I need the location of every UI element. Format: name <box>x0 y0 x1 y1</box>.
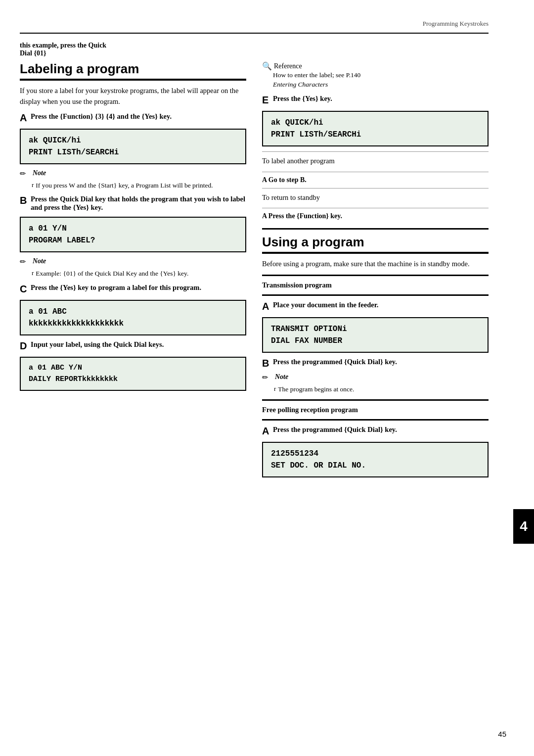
step-e-letter: E <box>262 94 271 106</box>
note2-bullet: r <box>32 269 34 277</box>
tx-step-a-text: Place your document in the feeder. <box>273 301 378 309</box>
lcd2-line2: PROGRAM LABEL? <box>29 235 237 246</box>
note2-text: Example: {01} of the Quick Dial Key and … <box>36 269 188 279</box>
step-c-content: Press the {Yes} key to program a label f… <box>31 284 246 292</box>
step-a-content: Press the {Function} {3} {4} and the {Ye… <box>31 112 246 121</box>
step-a-row: A Press the {Function} {3} {4} and the {… <box>20 112 246 124</box>
intro-block: this example, press the Quick Dial {01} <box>20 42 489 57</box>
step-b-text: Press the Quick Dial key that holds the … <box>31 195 245 211</box>
tx-step-a-letter: A <box>262 301 271 312</box>
step-a-text: Press the {Function} {3} {4} and the {Ye… <box>31 112 172 120</box>
transmission-separator <box>262 275 489 276</box>
poll-step-a-text: Press the programmed {Quick Dial} key. <box>273 425 397 433</box>
lcd5-line1: ak QUICK/hi <box>271 117 480 129</box>
poll-step-a-letter: A <box>262 425 271 437</box>
tx-step-b-text: Press the programmed {Quick Dial} key. <box>273 358 397 366</box>
step-d-content: Input your label, using the Quick Dial k… <box>31 340 246 349</box>
intro-line2: Dial {01} <box>20 49 46 57</box>
press-fn-text: A Press the {Function} key. <box>262 212 489 220</box>
tx-note-bullet: r <box>274 385 276 393</box>
note2-label: Note <box>33 257 46 265</box>
step-c-letter: C <box>20 284 29 295</box>
lcd1-line1: ak QUICK/hi <box>29 135 237 146</box>
lcd-box-tx: TRANSMIT OPTIONi DIAL FAX NUMBER <box>262 317 489 353</box>
note2-label-row: ✏ Note <box>20 257 246 266</box>
step-d-text: Input your label, using the Quick Dial k… <box>31 340 164 348</box>
lcd5-line2: PRINT LISTh/SEARCHi <box>271 129 480 141</box>
lcd-box-5: ak QUICK/hi PRINT LISTh/SEARCHi <box>262 111 489 146</box>
step-e-row: E Press the {Yes} key. <box>262 94 489 106</box>
tx-note-label: Note <box>275 373 288 381</box>
separator-2 <box>262 172 489 172</box>
separator-1 <box>262 151 489 152</box>
step-c-text: Press the {Yes} key to program a label f… <box>31 284 201 291</box>
note1-body: r If you press W and the {Start} key, a … <box>32 181 246 190</box>
lcd-box-3: a 01 ABC kkkkkkkkkkkkkkkkkkkk <box>20 300 246 335</box>
tx-note-label-row: ✏ Note <box>262 373 489 382</box>
lcd1-line2: PRINT LISTh/SEARCHi <box>29 146 237 158</box>
ref-italic: Entering Characters <box>273 81 328 88</box>
page: Programming Keystrokes this example, pre… <box>0 0 534 756</box>
lcd-tx-line2: DIAL FAX NUMBER <box>271 335 480 347</box>
polling-separator-2 <box>262 419 489 421</box>
step-c-row: C Press the {Yes} key to program a label… <box>20 284 246 295</box>
ref-block: 🔍 Reference How to enter the label; see … <box>262 61 489 90</box>
labeling-title: Labeling a program <box>20 61 246 81</box>
note-icon-1: ✏ <box>20 169 30 178</box>
step-b-content: Press the Quick Dial key that holds the … <box>31 195 246 212</box>
separator-3 <box>262 188 489 189</box>
note1-label: Note <box>33 169 46 177</box>
tx-step-b-row: B Press the programmed {Quick Dial} key. <box>262 358 489 369</box>
left-column: Labeling a program If you store a label … <box>20 61 246 482</box>
ref-label: 🔍 Reference <box>262 61 489 71</box>
lcd-box-poll: 2125551234 SET DOC. OR DIAL NO. <box>262 442 489 477</box>
step-d-letter: D <box>20 340 29 352</box>
using-title: Using a program <box>262 235 489 254</box>
lcd3-line1: a 01 ABC <box>29 306 237 318</box>
step-e-text: Press the {Yes} key. <box>273 94 332 102</box>
note1-text: If you press W and the {Start} key, a Pr… <box>36 181 213 190</box>
tx-step-a-row: A Place your document in the feeder. <box>262 301 489 312</box>
to-standby-text: To return to standby <box>262 192 489 203</box>
goto-a-text: A Go to step B. <box>262 176 489 184</box>
step-d-row: D Input your label, using the Quick Dial… <box>20 340 246 352</box>
using-body: Before using a program, make sure that t… <box>262 259 489 270</box>
tx-note-text: The program begins at once. <box>278 385 354 394</box>
transmission-label: Transmission program <box>262 281 489 289</box>
note-block-1: ✏ Note r If you press W and the {Start} … <box>20 169 246 190</box>
lcd2-line1: a 01 Y/N <box>29 223 237 235</box>
poll-step-a-content: Press the programmed {Quick Dial} key. <box>273 425 489 434</box>
using-separator <box>262 228 489 230</box>
separator-4 <box>262 208 489 208</box>
tab-number: 4 <box>513 509 534 544</box>
note-block-2: ✏ Note r Example: {01} of the Quick Dial… <box>20 257 246 279</box>
note-icon-2: ✏ <box>20 257 30 266</box>
lcd-box-4: a 01 ABC Y/N DAILY REPORTkkkkkkkk <box>20 357 246 391</box>
note-icon-tx: ✏ <box>262 373 272 382</box>
note1-bullet: r <box>32 181 34 189</box>
polling-label: Free polling reception program <box>262 406 489 414</box>
lcd-poll-line1: 2125551234 <box>271 448 480 460</box>
ref-body: How to enter the label; see P.140 <box>273 71 360 79</box>
tx-step-b-letter: B <box>262 358 271 369</box>
tx-note-body: r The program begins at once. <box>274 385 489 394</box>
page-header: Programming Keystrokes <box>20 20 489 28</box>
main-content: Programming Keystrokes this example, pre… <box>0 0 508 756</box>
lcd4-line2: DAILY REPORTkkkkkkkk <box>29 374 237 385</box>
page-header-text: Programming Keystrokes <box>423 20 489 27</box>
labeling-body: If you store a label for your keystroke … <box>20 86 246 107</box>
two-col-layout: Labeling a program If you store a label … <box>20 61 489 482</box>
lcd4-line1: a 01 ABC Y/N <box>29 363 237 374</box>
side-tab: 4 <box>508 0 534 756</box>
ref-text: How to enter the label; see P.140 Enteri… <box>273 71 489 90</box>
tx-step-b-content: Press the programmed {Quick Dial} key. <box>273 358 489 366</box>
step-b-letter: B <box>20 195 29 206</box>
lcd-poll-line2: SET DOC. OR DIAL NO. <box>271 460 480 472</box>
ref-icon: 🔍 <box>262 61 272 71</box>
intro-line1: this example, press the Quick <box>20 42 106 49</box>
tx-note-block: ✏ Note r The program begins at once. <box>262 373 489 394</box>
to-label-text: To label another program <box>262 156 489 167</box>
step-b-row: B Press the Quick Dial key that holds th… <box>20 195 246 212</box>
ref-label-text: Reference <box>274 62 302 70</box>
right-column: 🔍 Reference How to enter the label; see … <box>262 61 489 482</box>
